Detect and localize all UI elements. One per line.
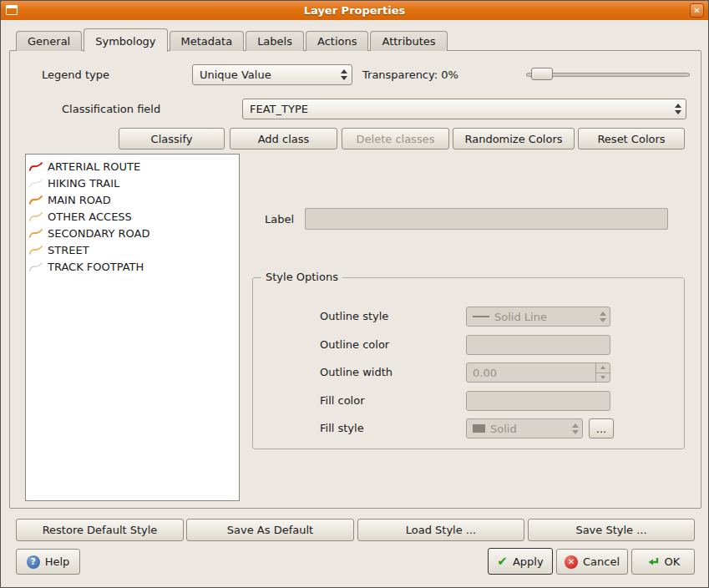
fill-color-button xyxy=(466,391,610,411)
fill-style-value: Solid xyxy=(490,423,517,435)
save-style-button[interactable]: Save Style ... xyxy=(528,519,695,541)
transparency-slider[interactable] xyxy=(526,68,690,81)
ok-arrow-icon xyxy=(646,555,660,569)
class-label: HIKING TRAIL xyxy=(48,177,119,190)
list-item[interactable]: MAIN ROAD xyxy=(26,191,239,208)
combo-arrows-icon xyxy=(668,104,681,114)
solid-fill-icon xyxy=(473,424,485,433)
spinner-arrows-icon xyxy=(595,363,610,382)
apply-button[interactable]: ✔ Apply xyxy=(488,548,553,575)
outline-width-spinner: 0.00 xyxy=(466,362,610,383)
layer-properties-window: Layer Properties ✕ General Symbology Met… xyxy=(0,0,709,588)
help-button[interactable]: ? Help xyxy=(16,549,80,575)
restore-default-style-button[interactable]: Restore Default Style xyxy=(16,519,184,541)
load-style-button[interactable]: Load Style ... xyxy=(357,519,524,541)
class-label: MAIN ROAD xyxy=(48,194,111,206)
class-label: STREET xyxy=(48,244,89,256)
outline-style-select: Solid Line xyxy=(466,307,610,327)
outline-style-label: Outline style xyxy=(320,310,388,322)
class-list[interactable]: ARTERIAL ROUTE HIKING TRAIL MAIN ROAD OT… xyxy=(25,154,240,501)
titlebar[interactable]: Layer Properties ✕ xyxy=(1,1,708,20)
window-title: Layer Properties xyxy=(304,4,406,17)
tab-symbology[interactable]: Symbology xyxy=(84,28,167,52)
class-label: SECONDARY ROAD xyxy=(48,227,149,240)
classification-field-value: FEAT_TYPE xyxy=(250,103,308,115)
slider-handle[interactable] xyxy=(531,68,553,80)
list-item[interactable]: TRACK FOOTPATH xyxy=(26,258,239,275)
delete-classes-button: Delete classes xyxy=(342,128,449,150)
add-class-button[interactable]: Add class xyxy=(230,128,337,150)
tab-metadata[interactable]: Metadata xyxy=(170,31,245,51)
list-item[interactable]: HIKING TRAIL xyxy=(26,175,239,191)
symbology-panel: Legend type Unique Value Transparency: 0… xyxy=(9,50,701,509)
combo-arrows-icon xyxy=(594,312,606,322)
tab-general[interactable]: General xyxy=(16,31,82,51)
list-item[interactable]: SECONDARY ROAD xyxy=(26,225,239,241)
fill-style-more-button[interactable]: ... xyxy=(589,418,614,438)
solid-line-icon xyxy=(473,316,489,317)
combo-arrows-icon xyxy=(566,423,579,434)
list-item[interactable]: STREET xyxy=(26,241,239,258)
combo-arrows-icon xyxy=(334,69,347,80)
legend-type-label: Legend type xyxy=(42,68,109,81)
ok-button[interactable]: OK xyxy=(631,549,695,575)
classification-field-label: Classification field xyxy=(62,103,160,115)
line-symbol-icon xyxy=(28,227,43,239)
tab-attributes[interactable]: Attributes xyxy=(370,31,447,51)
list-item[interactable]: OTHER ACCESS xyxy=(26,208,239,225)
save-as-default-button[interactable]: Save As Default xyxy=(186,519,354,541)
label-input xyxy=(305,208,668,230)
line-symbol-icon xyxy=(28,261,43,272)
line-symbol-icon xyxy=(28,194,43,205)
style-options-group: Style Options Outline style Solid Line O… xyxy=(252,277,685,449)
window-menu-icon[interactable] xyxy=(6,5,18,15)
close-icon[interactable]: ✕ xyxy=(690,3,704,18)
reset-colors-button[interactable]: Reset Colors xyxy=(578,128,685,150)
cancel-button[interactable]: ✕ Cancel xyxy=(556,549,628,575)
class-label: OTHER ACCESS xyxy=(48,210,132,223)
line-symbol-icon xyxy=(28,177,43,189)
outline-color-label: Outline color xyxy=(320,338,389,351)
line-symbol-icon xyxy=(28,160,43,172)
outline-width-value: 0.00 xyxy=(467,367,595,379)
list-item[interactable]: ARTERIAL ROUTE xyxy=(26,158,239,175)
cancel-icon: ✕ xyxy=(565,555,578,569)
outline-width-label: Outline width xyxy=(320,366,392,378)
outline-style-value: Solid Line xyxy=(494,311,547,323)
class-label: ARTERIAL ROUTE xyxy=(48,160,140,173)
randomize-colors-button[interactable]: Randomize Colors xyxy=(453,128,575,150)
outline-color-button xyxy=(466,335,610,355)
fill-style-label: Fill style xyxy=(320,422,364,434)
legend-type-value: Unique Value xyxy=(200,68,271,81)
tab-actions[interactable]: Actions xyxy=(306,31,369,51)
fill-style-select: Solid xyxy=(466,418,583,438)
check-icon: ✔ xyxy=(497,555,508,568)
help-icon: ? xyxy=(27,555,40,569)
tab-labels[interactable]: Labels xyxy=(246,31,304,51)
fill-color-label: Fill color xyxy=(320,394,365,407)
style-options-title: Style Options xyxy=(261,271,342,283)
classification-field-select[interactable]: FEAT_TYPE xyxy=(242,99,686,119)
transparency-label: Transparency: 0% xyxy=(362,68,458,81)
tab-bar: General Symbology Metadata Labels Action… xyxy=(16,28,449,51)
label-field-label: Label xyxy=(265,213,294,226)
class-label: TRACK FOOTPATH xyxy=(48,261,144,273)
legend-type-select[interactable]: Unique Value xyxy=(192,64,352,85)
line-symbol-icon xyxy=(28,244,43,256)
line-symbol-icon xyxy=(28,210,43,222)
classify-button[interactable]: Classify xyxy=(119,128,225,150)
